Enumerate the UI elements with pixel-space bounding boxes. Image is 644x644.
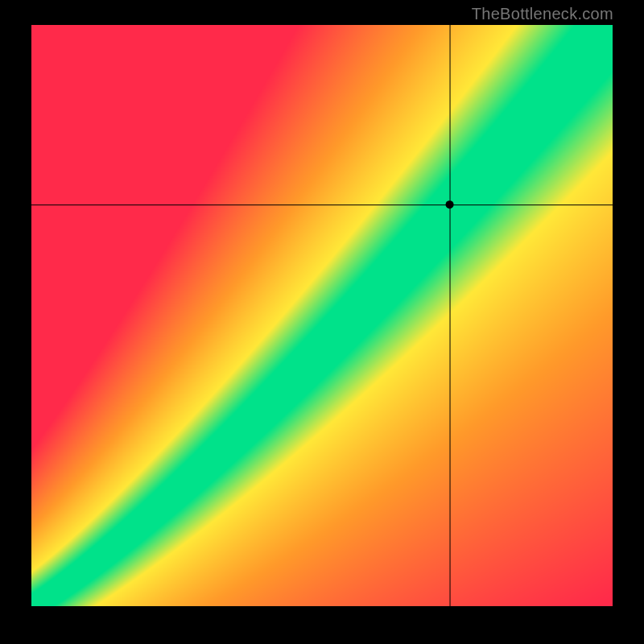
watermark-text: TheBottleneck.com (472, 5, 613, 23)
heatmap-canvas (31, 24, 613, 607)
chart-container: TheBottleneck.com (0, 0, 644, 644)
heatmap-plot (31, 24, 613, 607)
